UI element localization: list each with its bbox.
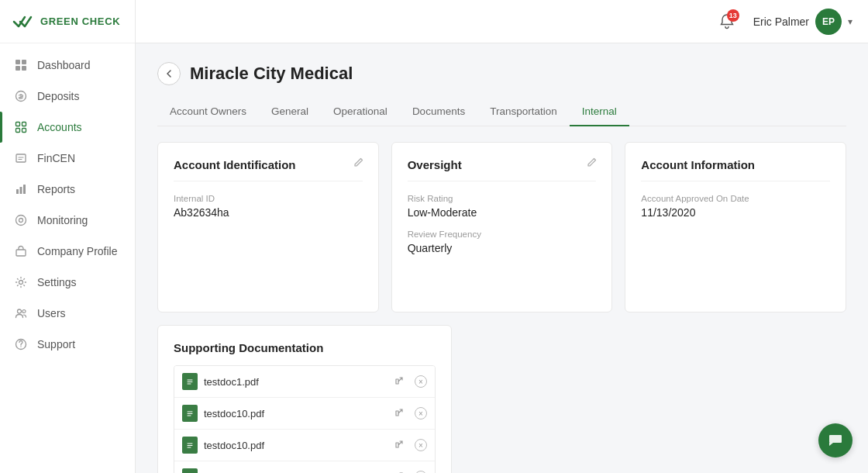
account-identification-edit-icon[interactable] bbox=[353, 157, 364, 170]
cards-row: Account Identification Internal ID Ab326… bbox=[157, 142, 846, 312]
approved-date-value: 11/13/2020 bbox=[641, 206, 830, 219]
sidebar-item-deposits[interactable]: Deposits bbox=[0, 81, 135, 112]
chat-bubble-button[interactable] bbox=[818, 423, 852, 457]
chevron-down-icon: ▾ bbox=[848, 16, 852, 27]
doc-file-icon bbox=[182, 373, 198, 390]
svg-point-14 bbox=[19, 219, 23, 223]
monitoring-icon bbox=[14, 213, 28, 227]
svg-rect-7 bbox=[16, 129, 20, 133]
greencheck-logo-icon bbox=[12, 14, 34, 29]
supporting-documentation-title: Supporting Documentation bbox=[174, 341, 436, 354]
list-item: testdoc10.pdf × bbox=[174, 398, 435, 430]
fincen-icon bbox=[14, 151, 28, 165]
sidebar-item-settings-label: Settings bbox=[37, 276, 77, 288]
notification-count: 13 bbox=[727, 9, 739, 22]
sidebar-item-dashboard-label: Dashboard bbox=[37, 59, 91, 71]
user-name: Eric Palmer bbox=[753, 16, 809, 28]
svg-point-20 bbox=[20, 346, 21, 347]
tab-transportation[interactable]: Transportation bbox=[477, 98, 570, 126]
svg-point-13 bbox=[16, 216, 26, 226]
deposits-icon bbox=[14, 89, 28, 103]
account-identification-title: Account Identification bbox=[174, 158, 363, 181]
svg-rect-2 bbox=[16, 66, 20, 71]
review-frequency-value: Quarterly bbox=[408, 242, 597, 254]
svg-rect-9 bbox=[16, 154, 26, 162]
main-area: 13 Eric Palmer EP ▾ Miracle City Medical… bbox=[136, 0, 868, 473]
list-item: testdoc1.pdf × bbox=[174, 366, 435, 398]
company-profile-icon bbox=[14, 244, 28, 258]
sidebar-item-reports[interactable]: Reports bbox=[0, 174, 135, 205]
sidebar-item-deposits-label: Deposits bbox=[37, 90, 79, 102]
svg-rect-12 bbox=[23, 185, 26, 194]
sidebar-item-users[interactable]: Users bbox=[0, 298, 135, 329]
svg-rect-1 bbox=[22, 60, 26, 64]
svg-rect-8 bbox=[22, 129, 26, 133]
accounts-icon bbox=[14, 120, 28, 134]
approved-date-label: Account Approved On Date bbox=[641, 194, 830, 203]
doc-remove-button[interactable]: × bbox=[415, 439, 427, 451]
internal-id-value: Ab32634ha bbox=[174, 206, 363, 219]
svg-rect-10 bbox=[16, 189, 19, 194]
list-item: testdoc10.pdf × bbox=[174, 430, 435, 461]
logo-text: GREEN CHECK bbox=[40, 16, 120, 27]
account-identification-card: Account Identification Internal ID Ab326… bbox=[157, 142, 379, 312]
sidebar-item-accounts-label: Accounts bbox=[37, 121, 82, 133]
back-button[interactable] bbox=[157, 62, 181, 85]
content-area: Miracle City Medical Account Owners Gene… bbox=[136, 43, 868, 473]
risk-rating-label: Risk Rating bbox=[408, 194, 597, 203]
tab-internal[interactable]: Internal bbox=[570, 98, 629, 126]
svg-rect-6 bbox=[22, 123, 26, 126]
users-icon bbox=[14, 306, 28, 320]
reports-icon bbox=[14, 182, 28, 196]
svg-rect-5 bbox=[16, 123, 20, 126]
page-header: Miracle City Medical bbox=[157, 62, 846, 85]
tab-documents[interactable]: Documents bbox=[400, 98, 477, 126]
svg-point-16 bbox=[19, 281, 23, 285]
sidebar-item-company-profile[interactable]: Company Profile bbox=[0, 236, 135, 267]
external-link-icon[interactable] bbox=[394, 408, 404, 419]
risk-rating-value: Low-Moderate bbox=[408, 206, 597, 219]
doc-filename: testdoc1.pdf bbox=[204, 376, 388, 388]
notification-bell[interactable]: 13 bbox=[713, 8, 741, 36]
tabs: Account Owners General Operational Docum… bbox=[157, 98, 846, 126]
external-link-icon[interactable] bbox=[394, 440, 404, 451]
sidebar-item-monitoring[interactable]: Monitoring bbox=[0, 205, 135, 236]
page-title: Miracle City Medical bbox=[190, 64, 353, 84]
sidebar-item-reports-label: Reports bbox=[37, 183, 75, 195]
sidebar-item-accounts[interactable]: Accounts bbox=[0, 112, 135, 143]
oversight-title: Oversight bbox=[408, 158, 597, 181]
svg-rect-3 bbox=[22, 66, 26, 71]
sidebar-item-dashboard[interactable]: Dashboard bbox=[0, 50, 135, 81]
header: 13 Eric Palmer EP ▾ bbox=[136, 0, 868, 43]
list-item: testdoc10.pdf × bbox=[174, 461, 435, 473]
supporting-documentation-card: Supporting Documentation testdoc1.pdf × bbox=[157, 325, 452, 473]
sidebar: GREEN CHECK Dashboard Deposits Accounts bbox=[0, 0, 136, 473]
tab-operational[interactable]: Operational bbox=[321, 98, 400, 126]
settings-icon bbox=[14, 275, 28, 289]
user-avatar: EP bbox=[815, 9, 842, 35]
internal-id-label: Internal ID bbox=[174, 194, 363, 203]
doc-file-icon bbox=[182, 405, 198, 422]
user-area[interactable]: Eric Palmer EP ▾ bbox=[753, 9, 852, 35]
doc-remove-button[interactable]: × bbox=[415, 407, 427, 419]
sidebar-item-fincen[interactable]: FinCEN bbox=[0, 143, 135, 174]
sidebar-item-company-profile-label: Company Profile bbox=[37, 245, 118, 257]
doc-remove-button[interactable]: × bbox=[415, 375, 427, 388]
sidebar-item-support[interactable]: Support bbox=[0, 329, 135, 360]
review-frequency-label: Review Frequency bbox=[408, 230, 597, 239]
oversight-edit-icon[interactable] bbox=[587, 157, 598, 170]
sidebar-item-settings[interactable]: Settings bbox=[0, 267, 135, 298]
account-information-title: Account Information bbox=[641, 158, 830, 181]
oversight-card: Oversight Risk Rating Low-Moderate Revie… bbox=[391, 142, 613, 312]
tab-account-owners[interactable]: Account Owners bbox=[157, 98, 259, 126]
doc-filename: testdoc10.pdf bbox=[204, 408, 388, 419]
doc-file-icon bbox=[182, 437, 198, 454]
external-link-icon[interactable] bbox=[394, 376, 404, 388]
sidebar-item-users-label: Users bbox=[37, 307, 66, 319]
account-information-card: Account Information Account Approved On … bbox=[625, 142, 846, 312]
sidebar-item-monitoring-label: Monitoring bbox=[37, 214, 88, 226]
tab-general[interactable]: General bbox=[259, 98, 321, 126]
svg-rect-0 bbox=[16, 60, 20, 64]
svg-rect-15 bbox=[16, 250, 26, 256]
sidebar-logo: GREEN CHECK bbox=[0, 0, 135, 43]
